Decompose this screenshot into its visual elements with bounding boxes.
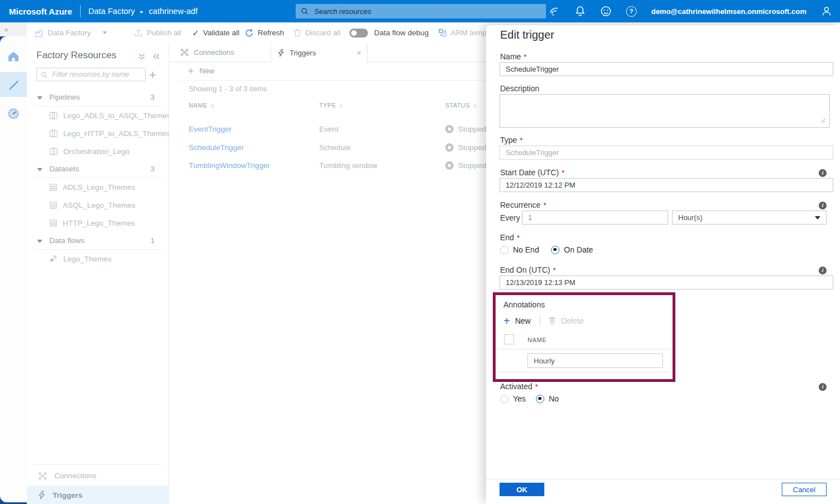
- annotations-name-column: NAME: [528, 337, 547, 343]
- activated-yes-option[interactable]: Yes: [500, 394, 526, 403]
- discard-all-label: Discard all: [305, 29, 340, 37]
- tab-connections[interactable]: Connections: [174, 43, 270, 62]
- column-header-type[interactable]: TYPE: [319, 102, 342, 109]
- info-icon[interactable]: i: [819, 383, 827, 391]
- tree-section-data-flows[interactable]: Data flows 1: [34, 232, 162, 250]
- data-flow-debug-toggle[interactable]: [349, 22, 368, 43]
- end-on-input[interactable]: [500, 276, 833, 290]
- showing-count-text: Showing 1 - 3 of 3 items: [189, 85, 267, 93]
- pipeline-icon: [49, 130, 58, 137]
- triggers-nav-item[interactable]: Triggers: [27, 486, 169, 504]
- radio-unchecked-icon[interactable]: [500, 395, 508, 403]
- pipeline-icon: [49, 112, 58, 119]
- dataset-table-icon: [49, 202, 57, 209]
- rail-expand-button[interactable]: »: [0, 22, 27, 36]
- name-input[interactable]: [500, 62, 833, 76]
- double-chevron-down-icon[interactable]: [138, 52, 146, 61]
- radio-unchecked-icon[interactable]: [500, 246, 508, 254]
- breadcrumb-app[interactable]: Data Factory: [88, 7, 135, 16]
- column-label: STATUS: [445, 102, 470, 109]
- publish-all-button[interactable]: Publish all: [134, 22, 181, 43]
- annotation-new-button[interactable]: New: [515, 316, 531, 325]
- connections-icon: [38, 472, 47, 480]
- ok-button[interactable]: OK: [500, 483, 544, 496]
- notifications-bell-icon[interactable]: [575, 6, 586, 17]
- tab-triggers[interactable]: Triggers ×: [270, 43, 367, 62]
- breadcrumb-instance[interactable]: cathrinew-adf: [149, 7, 198, 16]
- validate-all-button[interactable]: Validate all: [192, 22, 240, 43]
- column-header-status[interactable]: STATUS: [445, 102, 476, 109]
- resize-handle-icon[interactable]: [820, 118, 825, 123]
- radio-checked-icon[interactable]: [551, 246, 559, 254]
- required-asterisk: *: [524, 53, 526, 61]
- tree-item-data-flow[interactable]: Lego_Themes: [27, 250, 169, 268]
- tree-item-label: Lego_ADLS_to_ASQL_Themes: [63, 111, 170, 120]
- radio-checked-icon[interactable]: [536, 395, 544, 403]
- discard-all-button[interactable]: Discard all: [293, 22, 340, 43]
- close-tab-icon[interactable]: ×: [357, 49, 361, 57]
- account-person-icon[interactable]: [821, 6, 832, 17]
- breadcrumb-arrow-icon: ▸: [141, 8, 143, 15]
- select-all-checkbox[interactable]: [504, 334, 514, 344]
- data-factory-dropdown[interactable]: Data Factory: [35, 22, 107, 43]
- trigger-type-label: Tumbling window: [319, 161, 377, 170]
- annotations-commands: + New Delete: [503, 314, 584, 328]
- filter-resources-box[interactable]: [36, 68, 146, 81]
- help-icon[interactable]: ?: [626, 6, 637, 17]
- trigger-status: Stopped: [445, 161, 486, 170]
- start-date-input[interactable]: [500, 178, 833, 192]
- recurrence-interval-input[interactable]: [522, 211, 668, 225]
- description-textarea[interactable]: [500, 94, 830, 128]
- recurrence-label: Recurrence*: [500, 200, 546, 209]
- tree-item-label: ASQL_Lego_Themes: [63, 201, 136, 209]
- cancel-button[interactable]: Cancel: [782, 483, 827, 496]
- new-trigger-button[interactable]: + New: [169, 62, 214, 80]
- no-end-option[interactable]: No End: [500, 245, 539, 254]
- tree-item-pipeline[interactable]: Lego_ADLS_to_ASQL_Themes: [27, 106, 169, 124]
- nav-home-button[interactable]: [0, 45, 27, 68]
- arm-template-button[interactable]: ARM templ: [438, 22, 488, 43]
- publish-upload-icon: [134, 29, 143, 37]
- tree-section-pipelines[interactable]: Pipelines 3: [34, 88, 162, 106]
- collapse-panel-icon[interactable]: [152, 52, 160, 61]
- feedback-smiley-icon[interactable]: [600, 6, 612, 17]
- data-flow-icon: [49, 255, 58, 263]
- tree-item-dataset[interactable]: HTTP_Lego_Themes: [27, 214, 169, 232]
- tree-item-dataset[interactable]: ASQL_Lego_Themes: [27, 196, 169, 214]
- required-asterisk: *: [520, 136, 522, 144]
- divider: [499, 372, 669, 372]
- recurrence-unit-select[interactable]: Hour(s): [672, 211, 827, 225]
- trigger-name-link[interactable]: ScheduleTrigger: [189, 143, 244, 152]
- column-header-name[interactable]: NAME: [189, 102, 213, 109]
- nav-author-button[interactable]: [0, 72, 27, 97]
- lightning-bolt-icon: [278, 49, 284, 57]
- tree-item-pipeline[interactable]: Orchestration_Lego: [27, 142, 169, 160]
- on-date-option[interactable]: On Date: [551, 245, 593, 254]
- search-input[interactable]: [313, 7, 528, 16]
- connections-nav-item[interactable]: Connections: [27, 466, 169, 485]
- trigger-name-link[interactable]: TumblingWindowTrigger: [189, 161, 270, 170]
- label-text: Activated: [500, 382, 533, 391]
- tree-item-dataset[interactable]: ADLS_Lego_Themes: [27, 178, 169, 196]
- trigger-name-link[interactable]: EventTrigger: [189, 125, 232, 133]
- tree-section-datasets[interactable]: Datasets 3: [34, 160, 162, 178]
- info-icon[interactable]: i: [819, 169, 827, 177]
- info-icon[interactable]: i: [819, 202, 827, 209]
- nav-monitor-button[interactable]: [0, 102, 27, 125]
- filter-resources-input[interactable]: [51, 70, 137, 79]
- info-icon[interactable]: i: [819, 267, 827, 274]
- topbar-actions: ? demo@cathrinewilhelmsen.onmicrosoft.co…: [549, 0, 840, 22]
- account-email[interactable]: demo@cathrinewilhelmsen.onmicrosoft.com: [651, 7, 806, 16]
- resource-search[interactable]: [296, 4, 546, 18]
- annotation-delete-button[interactable]: Delete: [561, 316, 584, 325]
- tree-item-pipeline[interactable]: Lego_HTTP_to_ADLS_Themes: [27, 124, 169, 142]
- label-text: Type: [500, 136, 517, 144]
- divider: [499, 349, 669, 349]
- factory-resources-title: Factory Resources: [36, 50, 116, 61]
- feedback-signal-icon[interactable]: [549, 6, 560, 17]
- activated-no-option[interactable]: No: [536, 394, 559, 403]
- annotation-value-input[interactable]: [528, 353, 663, 368]
- section-label: Data flows: [49, 236, 85, 245]
- add-resource-button[interactable]: +: [149, 68, 156, 82]
- refresh-button[interactable]: Refresh: [245, 22, 284, 43]
